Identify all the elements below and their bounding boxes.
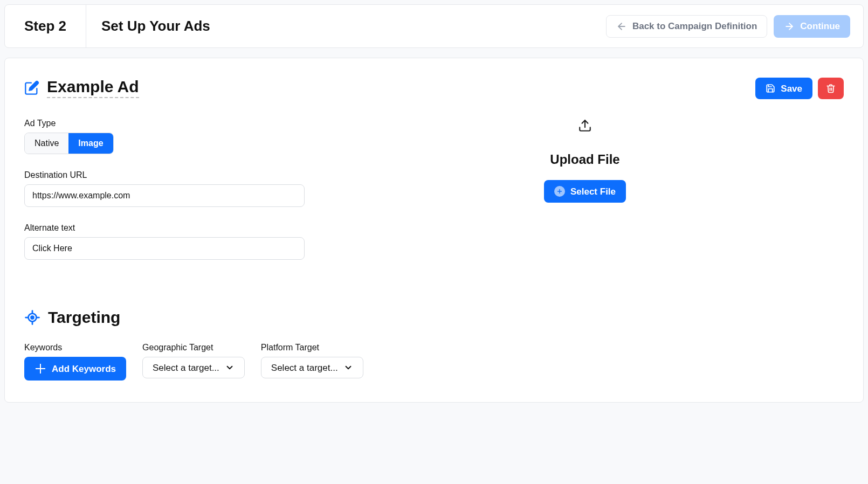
save-icon: [766, 84, 775, 93]
ad-type-native[interactable]: Native: [25, 133, 68, 154]
keywords-label: Keywords: [24, 343, 126, 352]
ad-type-image[interactable]: Image: [68, 133, 113, 154]
platform-target-value: Select a target...: [271, 363, 338, 372]
trash-icon: [826, 84, 836, 93]
targeting-title: Targeting: [48, 308, 120, 327]
page-title: Set Up Your Ads: [86, 5, 225, 47]
page-title-text: Set Up Your Ads: [101, 18, 210, 34]
ad-type-field: Ad Type Native Image: [24, 119, 305, 154]
ad-editor-card: Example Ad Save Ad Type Native Image Des…: [4, 58, 864, 403]
target-icon: [24, 309, 40, 326]
continue-button-label: Continue: [800, 22, 840, 31]
ad-form-area: Ad Type Native Image Destination URL Alt…: [24, 119, 844, 276]
chevron-down-icon: [225, 363, 235, 372]
select-file-button[interactable]: Select File: [544, 180, 626, 203]
destination-url-input[interactable]: [24, 184, 305, 207]
ad-form-right: Upload File Select File: [326, 119, 844, 276]
wizard-header-actions: Back to Campaign Definition Continue: [593, 5, 863, 47]
edit-icon: [24, 80, 39, 95]
platform-target-label: Platform Target: [261, 343, 363, 352]
ad-header-row: Example Ad Save: [24, 78, 844, 99]
save-button-label: Save: [781, 84, 802, 93]
wizard-header-left: Step 2 Set Up Your Ads: [5, 5, 225, 47]
chevron-down-icon: [343, 363, 353, 372]
geographic-target-label: Geographic Target: [142, 343, 245, 352]
geographic-target-dropdown[interactable]: Select a target...: [142, 357, 245, 378]
targeting-section-head: Targeting: [24, 308, 844, 327]
plus-circle-icon: [554, 186, 565, 197]
ad-type-segmented: Native Image: [24, 133, 114, 154]
ad-title-input[interactable]: Example Ad: [47, 78, 139, 98]
step-label: Step 2: [24, 18, 66, 34]
plus-icon: [35, 363, 46, 375]
ad-form-left: Ad Type Native Image Destination URL Alt…: [24, 119, 305, 276]
platform-target-field: Platform Target Select a target...: [261, 343, 363, 381]
keywords-field: Keywords Add Keywords: [24, 343, 126, 381]
upload-icon: [578, 119, 592, 133]
ad-title-section: Example Ad: [24, 78, 139, 98]
destination-url-label: Destination URL: [24, 170, 305, 180]
platform-target-dropdown[interactable]: Select a target...: [261, 357, 363, 378]
upload-title: Upload File: [550, 152, 619, 167]
ad-type-label: Ad Type: [24, 119, 305, 128]
upload-area: Upload File Select File: [544, 119, 626, 203]
save-button[interactable]: Save: [755, 78, 812, 99]
alt-text-field: Alternate text: [24, 223, 305, 260]
wizard-header: Step 2 Set Up Your Ads Back to Campaign …: [4, 4, 864, 48]
add-keywords-label: Add Keywords: [52, 364, 116, 374]
continue-button[interactable]: Continue: [774, 15, 850, 38]
alt-text-label: Alternate text: [24, 223, 305, 233]
arrow-left-icon: [616, 21, 627, 32]
ad-header-actions: Save: [755, 78, 844, 99]
svg-point-6: [31, 316, 34, 319]
targeting-controls: Keywords Add Keywords Geographic Target …: [24, 343, 844, 381]
delete-button[interactable]: [818, 78, 844, 99]
back-button-label: Back to Campaign Definition: [632, 22, 757, 31]
add-keywords-button[interactable]: Add Keywords: [24, 357, 126, 381]
alt-text-input[interactable]: [24, 237, 305, 260]
back-button[interactable]: Back to Campaign Definition: [606, 15, 767, 38]
destination-url-field: Destination URL: [24, 170, 305, 207]
geographic-target-field: Geographic Target Select a target...: [142, 343, 245, 381]
arrow-right-icon: [784, 21, 795, 32]
select-file-label: Select File: [570, 187, 616, 196]
geographic-target-value: Select a target...: [153, 363, 219, 372]
step-indicator: Step 2: [5, 5, 86, 47]
